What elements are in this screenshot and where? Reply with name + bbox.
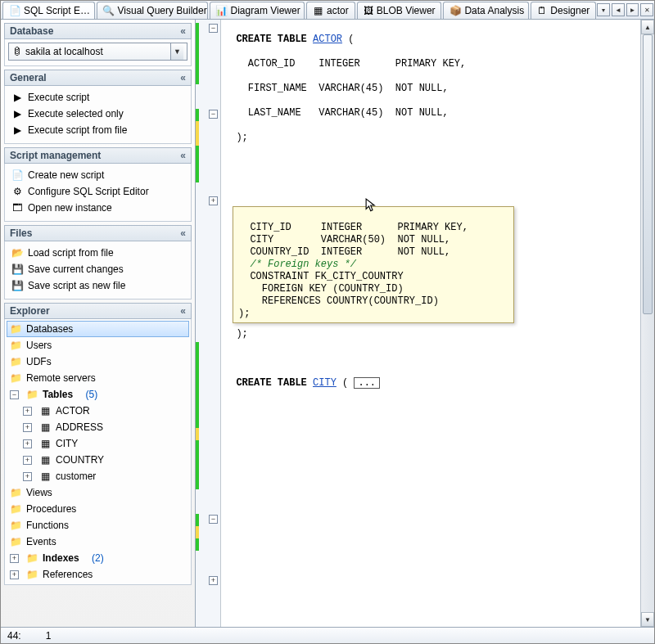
- table-icon: ▦: [39, 454, 51, 466]
- tree-users[interactable]: 📁Users: [7, 337, 189, 354]
- load-from-file[interactable]: 📂Load script from file: [8, 245, 187, 261]
- folder-events-icon: 📁: [10, 536, 21, 547]
- folder-proc-icon: 📁: [10, 503, 21, 515]
- tab-data-analysis[interactable]: 📦Data Analysis: [443, 2, 529, 19]
- run-file-icon: ▶: [11, 124, 23, 136]
- scroll-up-button[interactable]: ▲: [641, 20, 654, 34]
- tab-visual-query[interactable]: 🔍Visual Query Builder: [97, 2, 208, 19]
- tab-prev[interactable]: ◄: [612, 3, 625, 16]
- tree-databases[interactable]: 📁Databases: [7, 321, 189, 337]
- tree-table-address[interactable]: +▦ADDRESS: [7, 419, 189, 435]
- tree-table-country[interactable]: +▦COUNTRY: [7, 452, 189, 468]
- scroll-thumb[interactable]: [643, 34, 653, 314]
- expand-icon[interactable]: +: [10, 554, 19, 563]
- folder-func-icon: 📁: [10, 520, 21, 531]
- tree-views[interactable]: 📁Views: [7, 484, 189, 501]
- execute-script[interactable]: ▶Execute script: [8, 89, 187, 106]
- link-city[interactable]: CITY: [313, 377, 337, 389]
- tree-procedures[interactable]: 📁Procedures: [7, 501, 189, 517]
- collapsed-code-marker[interactable]: ...: [354, 377, 380, 389]
- save-icon: 💾: [11, 263, 23, 275]
- sql-script-icon: 📄: [9, 5, 20, 16]
- tree-table-actor[interactable]: +▦ACTOR: [7, 403, 189, 419]
- tab-blob-viewer[interactable]: 🖼BLOB Viewer: [357, 2, 442, 19]
- status-bar: 44: 1: [1, 627, 654, 643]
- fold-plus-icon[interactable]: +: [209, 576, 218, 585]
- chevron-collapse-icon: «: [180, 25, 186, 37]
- editor-area: − − + − + CREATE TABLE ACTOR ( ACTOR_ID …: [196, 20, 654, 627]
- table-icon: ▦: [39, 405, 51, 417]
- new-script-icon: 📄: [11, 169, 23, 181]
- code-content[interactable]: CREATE TABLE ACTOR ( ACTOR_ID INTEGER PR…: [221, 20, 654, 627]
- panel-header-explorer[interactable]: Explorer «: [4, 303, 192, 319]
- tree-references[interactable]: +📁References: [7, 566, 189, 583]
- query-icon: 🔍: [103, 5, 115, 16]
- folder-ref-icon: 📁: [26, 569, 38, 580]
- panel-header-database[interactable]: Database «: [4, 23, 192, 39]
- tab-actor[interactable]: ▦actor: [306, 2, 355, 19]
- tab-dropdown[interactable]: ▾: [597, 3, 610, 16]
- run-sel-icon: ▶: [11, 108, 23, 119]
- table-icon: ▦: [39, 471, 51, 482]
- tab-diagram-viewer[interactable]: 📊Diagram Viewer: [210, 2, 305, 19]
- expand-icon[interactable]: +: [23, 472, 32, 481]
- database-icon: 🛢: [12, 46, 22, 57]
- code-editor[interactable]: − − + − + CREATE TABLE ACTOR ( ACTOR_ID …: [196, 20, 654, 627]
- collapse-icon[interactable]: −: [10, 390, 19, 399]
- open-new-instance[interactable]: 🗔Open new instance: [8, 200, 187, 216]
- app-window: 📄SQL Script E… 🔍Visual Query Builder 📊Di…: [0, 0, 655, 644]
- expand-icon[interactable]: +: [23, 456, 32, 465]
- tree-remote-servers[interactable]: 📁Remote servers: [7, 370, 189, 386]
- tree-table-customer[interactable]: +▦customer: [7, 468, 189, 484]
- tree-events[interactable]: 📁Events: [7, 534, 189, 550]
- panel-general: General « ▶Execute script ▶Execute selec…: [4, 70, 192, 144]
- panel-header-script[interactable]: Script management «: [4, 147, 192, 164]
- link-actor[interactable]: ACTOR: [313, 34, 342, 45]
- expand-icon[interactable]: +: [23, 439, 32, 448]
- save-as-icon: 💾: [11, 280, 23, 291]
- tree-functions[interactable]: 📁Functions: [7, 517, 189, 534]
- tab-sql-script[interactable]: 📄SQL Script E…: [2, 2, 95, 19]
- tab-next[interactable]: ►: [626, 3, 639, 16]
- chevron-collapse-icon: «: [180, 72, 186, 83]
- database-combo-value: sakila at localhost: [25, 46, 103, 57]
- execute-from-file[interactable]: ▶Execute script from file: [8, 122, 187, 138]
- scroll-down-button[interactable]: ▼: [641, 612, 654, 627]
- folder-users-icon: 📁: [10, 340, 21, 351]
- expand-icon[interactable]: +: [10, 570, 19, 579]
- new-instance-icon: 🗔: [11, 202, 23, 214]
- expand-icon[interactable]: +: [23, 407, 32, 416]
- editor-gutter[interactable]: − − + − +: [196, 20, 221, 627]
- fold-plus-icon[interactable]: +: [209, 196, 218, 205]
- editor-scrollbar[interactable]: ▲ ▼: [640, 20, 654, 627]
- tree-tables[interactable]: −📁Tables (5): [7, 386, 189, 403]
- save-as-new-file[interactable]: 💾Save script as new file: [8, 277, 187, 294]
- status-line: 44:: [7, 630, 21, 642]
- panel-header-files[interactable]: Files «: [4, 225, 192, 241]
- tree-indexes[interactable]: +📁Indexes (2): [7, 550, 189, 566]
- execute-selected[interactable]: ▶Execute selected only: [8, 106, 187, 122]
- expand-icon[interactable]: +: [23, 423, 32, 432]
- panel-files: Files « 📂Load script from file 💾Save cur…: [4, 225, 192, 299]
- fold-minus-icon[interactable]: −: [209, 110, 218, 119]
- tab-bar: 📄SQL Script E… 🔍Visual Query Builder 📊Di…: [1, 1, 654, 20]
- create-new-script[interactable]: 📄Create new script: [8, 167, 187, 183]
- tree-table-city[interactable]: +▦CITY: [7, 435, 189, 452]
- fold-minus-icon[interactable]: −: [209, 24, 218, 33]
- tab-designer[interactable]: 🗒Designer: [531, 2, 596, 19]
- tree-udfs[interactable]: 📁UDFs: [7, 354, 189, 370]
- save-changes[interactable]: 💾Save current changes: [8, 261, 187, 277]
- code-tooltip: CITY_ID INTEGER PRIMARY KEY, CITY VARCHA…: [233, 206, 514, 323]
- folder-tables-icon: 📁: [26, 389, 38, 400]
- table-icon: ▦: [313, 5, 323, 16]
- diagram-icon: 📊: [216, 5, 228, 16]
- panel-explorer: Explorer « 📁Databases 📁Users 📁UDFs 📁Remo…: [4, 303, 192, 585]
- tab-close[interactable]: ✕: [640, 3, 653, 16]
- configure-editor[interactable]: ⚙Configure SQL Script Editor: [8, 183, 187, 200]
- fold-minus-icon[interactable]: −: [209, 515, 218, 524]
- chevron-collapse-icon: «: [180, 227, 186, 239]
- designer-icon: 🗒: [537, 5, 547, 16]
- database-combo[interactable]: 🛢 sakila at localhost ▼: [8, 43, 187, 61]
- panel-header-general[interactable]: General «: [4, 70, 192, 86]
- status-col: 1: [46, 630, 52, 642]
